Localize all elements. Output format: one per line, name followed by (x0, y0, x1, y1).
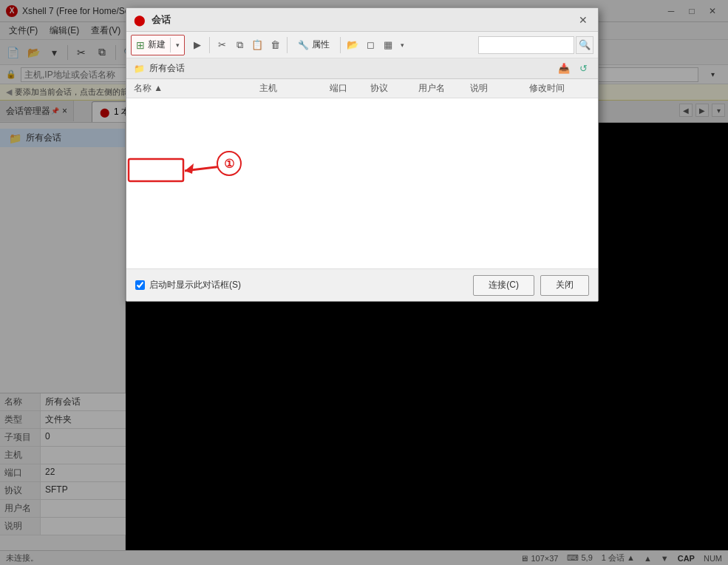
breadcrumb-icon: 📁 (134, 64, 145, 74)
dialog-tb-copy[interactable]: ⧉ (231, 37, 248, 53)
dialog-tb-paste[interactable]: 📋 (249, 37, 265, 53)
dialog-overlay: ⬤ 会话 ✕ ⊞ 新建 ▾ ▶ ✂ ⧉ 📋 🗑 🔧 (0, 0, 728, 565)
new-btn-dropdown[interactable]: ▾ (171, 35, 184, 55)
dialog-search-input[interactable] (478, 36, 574, 54)
col-header-protocol[interactable]: 协议 (370, 82, 418, 95)
dialog-title-icon: ⬤ (134, 14, 146, 26)
new-button[interactable]: ⊞ 新建 (132, 35, 170, 55)
dialog-footer: 启动时显示此对话框(S) 连接(C) 关闭 (126, 268, 598, 301)
properties-icon: 🔧 (298, 40, 309, 50)
dialog-tb-sep3 (340, 37, 341, 53)
dialog-search-button[interactable]: 🔍 (576, 36, 593, 54)
dialog-toolbar: ⊞ 新建 ▾ ▶ ✂ ⧉ 📋 🗑 🔧 属性 属性 📂 ◻ ▦ ▾ (126, 32, 598, 58)
session-table-header: 名称 ▲ 主机 端口 协议 用户名 说明 修改时间 (126, 79, 598, 98)
dialog-tb-grid[interactable]: ▦ (380, 37, 396, 53)
dialog-search: 🔍 (478, 36, 593, 54)
dialog-tb-connect[interactable]: ▶ (189, 37, 205, 53)
dialog-tb-properties[interactable]: 🔧 属性 属性 (291, 35, 336, 55)
dialog-title-bar: ⬤ 会话 ✕ (126, 8, 598, 32)
col-header-name[interactable]: 名称 ▲ (134, 82, 259, 95)
dialog-footer-buttons: 连接(C) 关闭 (473, 275, 589, 296)
session-breadcrumb-bar: 📁 所有会话 📥 ↺ (126, 58, 598, 79)
footer-checkbox-wrap: 启动时显示此对话框(S) (135, 279, 241, 291)
new-btn-group: ⊞ 新建 ▾ (131, 35, 185, 55)
dialog-tb-folder[interactable]: 📂 (344, 37, 361, 53)
startup-checkbox[interactable] (135, 280, 145, 290)
dialog-title-text: 会话 (152, 13, 570, 27)
dialog-close-button[interactable]: ✕ (576, 13, 591, 27)
session-list-body (126, 98, 598, 268)
col-header-host[interactable]: 主机 (259, 82, 330, 95)
breadcrumb-action-1[interactable]: 📥 (557, 61, 571, 76)
dialog-tb-sep2 (287, 37, 288, 53)
dialog-tb-cut[interactable]: ✂ (214, 37, 230, 53)
session-dialog: ⬤ 会话 ✕ ⊞ 新建 ▾ ▶ ✂ ⧉ 📋 🗑 🔧 (126, 7, 599, 302)
dialog-tb-list[interactable]: ◻ (362, 37, 378, 53)
breadcrumb-action-2[interactable]: ↺ (576, 61, 591, 76)
startup-checkbox-label: 启动时显示此对话框(S) (149, 279, 241, 291)
new-btn-label: 新建 (148, 38, 166, 51)
breadcrumb-actions: 📥 ↺ (557, 61, 591, 76)
connect-button[interactable]: 连接(C) (473, 275, 534, 296)
col-header-time[interactable]: 修改时间 (529, 82, 591, 95)
col-header-user[interactable]: 用户名 (418, 82, 470, 95)
col-header-desc[interactable]: 说明 (470, 82, 529, 95)
dialog-tb-sep1 (209, 37, 210, 53)
dialog-tb-grid-dropdown[interactable]: ▾ (398, 37, 406, 53)
dialog-tb-delete[interactable]: 🗑 (267, 37, 283, 53)
col-header-port[interactable]: 端口 (330, 82, 370, 95)
new-btn-icon: ⊞ (136, 39, 145, 51)
breadcrumb-text: 所有会话 (149, 62, 185, 75)
dialog-close-btn[interactable]: 关闭 (540, 275, 589, 296)
